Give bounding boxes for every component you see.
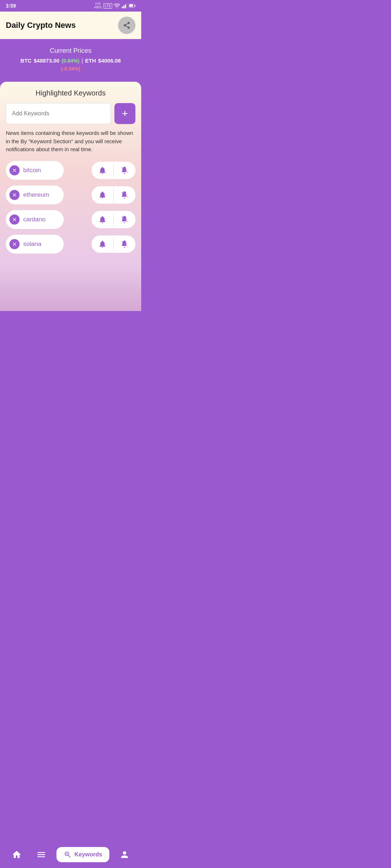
alert-off-cardano-button[interactable] <box>114 211 135 228</box>
main-card: Highlighted Keywords + News items contai… <box>0 82 141 311</box>
svg-rect-0 <box>122 7 123 8</box>
bell-on-icon <box>98 215 107 224</box>
battery-icon <box>129 3 135 8</box>
keyword-row-bitcoin: bitcoin <box>6 161 135 180</box>
svg-rect-5 <box>135 5 135 7</box>
remove-cardano-icon <box>9 214 20 225</box>
alert-off-ethereum-button[interactable] <box>114 186 135 204</box>
keyword-description: News items containing these keywords wil… <box>6 129 135 154</box>
svg-rect-2 <box>125 4 126 8</box>
svg-rect-6 <box>129 5 133 7</box>
add-keyword-button[interactable]: + <box>114 103 135 124</box>
bell-off-icon <box>120 166 129 175</box>
bell-off-icon <box>120 191 129 199</box>
status-bar: 3:59 170 KB/S LTE <box>0 0 141 12</box>
alert-on-ethereum-button[interactable] <box>92 186 113 204</box>
remove-solana-icon <box>9 239 20 249</box>
alert-chip-ethereum <box>92 186 136 204</box>
alert-on-cardano-button[interactable] <box>92 211 113 228</box>
eth-change: (-0.34%) <box>61 66 80 72</box>
signal-icon <box>122 3 127 8</box>
bell-on-icon <box>98 191 107 199</box>
btc-change: (0.84%) <box>62 58 79 64</box>
svg-line-11 <box>126 24 128 25</box>
keyword-chip-solana[interactable]: solana <box>6 235 64 254</box>
svg-point-8 <box>124 24 126 26</box>
network-speed: 170 KB/S <box>94 2 102 9</box>
bell-off-icon <box>120 240 129 248</box>
keyword-input[interactable] <box>6 103 111 124</box>
svg-rect-1 <box>123 5 125 8</box>
svg-point-9 <box>128 27 130 29</box>
alert-chip-bitcoin <box>92 162 136 179</box>
share-icon <box>123 21 131 29</box>
alert-on-bitcoin-button[interactable] <box>92 162 113 179</box>
keyword-input-row: + <box>6 103 135 124</box>
btc-label: BTC <box>20 58 31 64</box>
price-title: Current Prices <box>13 47 128 55</box>
wifi-icon <box>114 3 120 8</box>
alert-off-solana-button[interactable] <box>114 235 135 253</box>
keyword-row-cardano: cardano <box>6 210 135 229</box>
keyword-row-ethereum: ethereum <box>6 186 135 204</box>
bell-off-icon <box>120 215 129 224</box>
svg-rect-3 <box>126 3 127 8</box>
keyword-ethereum-label: ethereum <box>23 191 49 199</box>
keyword-chip-cardano[interactable]: cardano <box>6 210 64 229</box>
status-icons: 170 KB/S LTE <box>94 2 135 9</box>
app-header: Daily Crypto News <box>0 12 141 39</box>
eth-label: ETH <box>85 58 96 64</box>
keyword-cardano-label: cardano <box>23 216 45 223</box>
keyword-chip-bitcoin[interactable]: bitcoin <box>6 161 64 180</box>
lte-icon: LTE <box>104 3 112 9</box>
bell-on-icon <box>98 240 107 248</box>
share-button[interactable] <box>118 17 135 34</box>
price-separator: | <box>81 58 83 64</box>
keywords-section-title: Highlighted Keywords <box>6 89 135 97</box>
keyword-chip-ethereum[interactable]: ethereum <box>6 186 64 204</box>
remove-bitcoin-icon <box>9 165 20 175</box>
svg-point-7 <box>128 22 130 24</box>
page-title: Daily Crypto News <box>6 21 76 30</box>
svg-line-10 <box>126 26 128 27</box>
alert-chip-cardano <box>92 211 136 228</box>
keyword-solana-label: solana <box>23 241 41 248</box>
alert-chip-solana <box>92 235 136 253</box>
btc-price: $48873.00 <box>34 58 59 64</box>
price-row: BTC $48873.00 (0.84%) | ETH $4006.08 (-0… <box>13 58 128 72</box>
bell-on-icon <box>98 166 107 175</box>
keyword-bitcoin-label: bitcoin <box>23 167 41 174</box>
status-time: 3:59 <box>6 3 16 9</box>
alert-on-solana-button[interactable] <box>92 235 113 253</box>
alert-off-bitcoin-button[interactable] <box>114 162 135 179</box>
keyword-row-solana: solana <box>6 235 135 254</box>
eth-price: $4006.08 <box>98 58 121 64</box>
remove-ethereum-icon <box>9 190 20 200</box>
price-banner: Current Prices BTC $48873.00 (0.84%) | E… <box>6 41 135 77</box>
